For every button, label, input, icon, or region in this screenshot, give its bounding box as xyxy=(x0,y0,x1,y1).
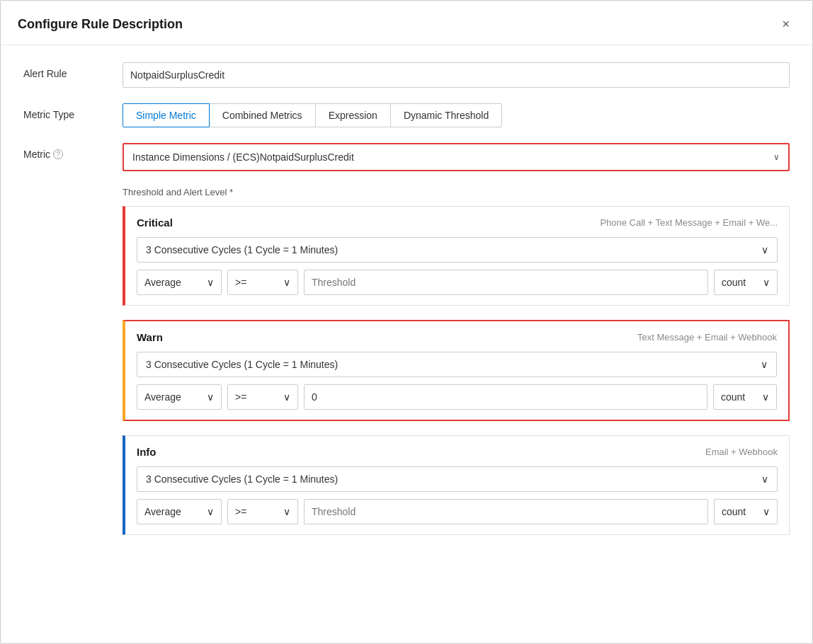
metric-type-row: Metric Type Simple Metric Combined Metri… xyxy=(23,103,790,127)
warn-metrics-row: Average ∨ >= ∨ count ∨ xyxy=(137,384,777,410)
warn-cycles-chevron: ∨ xyxy=(761,359,768,370)
warn-alert-card: Warn Text Message + Email + Webhook 3 Co… xyxy=(123,320,790,421)
critical-cycles-chevron: ∨ xyxy=(761,244,768,255)
tab-simple-metric[interactable]: Simple Metric xyxy=(123,103,210,127)
metric-row: Metric ? Instance Dimensions / (ECS)Notp… xyxy=(23,143,790,171)
metric-field: Instance Dimensions / (ECS)NotpaidSurplu… xyxy=(123,143,790,171)
critical-cycles-dropdown[interactable]: 3 Consecutive Cycles (1 Cycle = 1 Minute… xyxy=(137,237,778,263)
dialog-header: Configure Rule Description × xyxy=(1,1,812,45)
metric-type-label: Metric Type xyxy=(23,103,123,120)
metric-info-icon[interactable]: ? xyxy=(53,149,63,159)
info-aggregation-dropdown[interactable]: Average ∨ xyxy=(137,499,222,524)
critical-threshold-input[interactable] xyxy=(304,270,708,295)
metric-type-field: Simple Metric Combined Metrics Expressio… xyxy=(123,103,790,127)
warn-cycles-row: 3 Consecutive Cycles (1 Cycle = 1 Minute… xyxy=(137,352,777,377)
info-notification: Email + Webhook xyxy=(705,447,778,457)
alert-rule-row: Alert Rule xyxy=(23,62,790,88)
info-threshold-input[interactable] xyxy=(304,499,708,524)
critical-card-header: Critical Phone Call + Text Message + Ema… xyxy=(137,217,778,229)
warn-cycles-label: 3 Consecutive Cycles (1 Cycle = 1 Minute… xyxy=(146,359,338,370)
threshold-section-label: Threshold and Alert Level * xyxy=(123,187,790,197)
critical-level-name: Critical xyxy=(137,217,173,229)
warn-level-name: Warn xyxy=(137,331,163,343)
info-operator-dropdown[interactable]: >= ∨ xyxy=(227,499,298,524)
threshold-section-row: Threshold and Alert Level * Critical Pho… xyxy=(23,187,790,549)
tab-dynamic-threshold[interactable]: Dynamic Threshold xyxy=(390,103,502,127)
dialog-title: Configure Rule Description xyxy=(18,17,183,32)
warn-unit-dropdown[interactable]: count ∨ xyxy=(713,384,777,410)
warn-card-header: Warn Text Message + Email + Webhook xyxy=(137,331,777,343)
info-cycles-dropdown[interactable]: 3 Consecutive Cycles (1 Cycle = 1 Minute… xyxy=(137,466,778,492)
info-unit-dropdown[interactable]: count ∨ xyxy=(714,499,778,524)
metric-dropdown-chevron: ∨ xyxy=(773,152,780,162)
configure-rule-dialog: Configure Rule Description × Alert Rule … xyxy=(0,0,813,644)
info-level-name: Info xyxy=(137,446,157,458)
tab-expression[interactable]: Expression xyxy=(315,103,391,127)
info-cycles-chevron: ∨ xyxy=(761,473,768,485)
warn-aggregation-dropdown[interactable]: Average ∨ xyxy=(137,384,222,410)
warn-operator-dropdown[interactable]: >= ∨ xyxy=(227,384,298,410)
warn-notification: Text Message + Email + Webhook xyxy=(637,332,777,343)
critical-aggregation-dropdown[interactable]: Average ∨ xyxy=(137,270,222,295)
info-cycles-row: 3 Consecutive Cycles (1 Cycle = 1 Minute… xyxy=(137,466,778,492)
info-alert-card: Info Email + Webhook 3 Consecutive Cycle… xyxy=(123,435,790,535)
critical-cycles-row: 3 Consecutive Cycles (1 Cycle = 1 Minute… xyxy=(137,237,778,263)
info-metrics-row: Average ∨ >= ∨ count ∨ xyxy=(137,499,778,524)
warn-cycles-dropdown[interactable]: 3 Consecutive Cycles (1 Cycle = 1 Minute… xyxy=(137,352,777,377)
metric-dropdown-value: Instance Dimensions / (ECS)NotpaidSurplu… xyxy=(132,151,354,163)
metric-label: Metric ? xyxy=(23,143,123,160)
metric-dropdown[interactable]: Instance Dimensions / (ECS)NotpaidSurplu… xyxy=(123,143,790,171)
dialog-body: Alert Rule Metric Type Simple Metric Com… xyxy=(1,45,812,582)
critical-operator-dropdown[interactable]: >= ∨ xyxy=(227,270,298,295)
critical-cycles-label: 3 Consecutive Cycles (1 Cycle = 1 Minute… xyxy=(146,244,338,255)
critical-metrics-row: Average ∨ >= ∨ count ∨ xyxy=(137,270,778,295)
critical-alert-card: Critical Phone Call + Text Message + Ema… xyxy=(123,206,790,306)
close-button[interactable]: × xyxy=(776,15,795,33)
warn-threshold-input[interactable] xyxy=(304,384,707,410)
alert-rule-field xyxy=(123,62,790,88)
metric-type-tabs: Simple Metric Combined Metrics Expressio… xyxy=(123,103,790,127)
critical-unit-dropdown[interactable]: count ∨ xyxy=(714,270,778,295)
info-cycles-label: 3 Consecutive Cycles (1 Cycle = 1 Minute… xyxy=(146,473,338,485)
tab-combined-metrics[interactable]: Combined Metrics xyxy=(209,103,316,127)
critical-notification: Phone Call + Text Message + Email + We..… xyxy=(600,217,778,228)
alert-rule-label: Alert Rule xyxy=(23,62,123,79)
info-card-header: Info Email + Webhook xyxy=(137,446,778,458)
alert-rule-input[interactable] xyxy=(123,62,790,88)
